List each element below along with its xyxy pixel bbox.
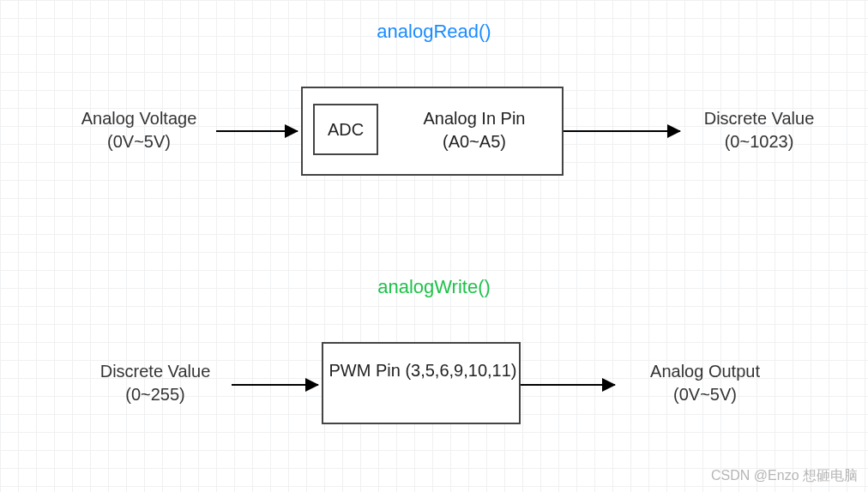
label-write-output-line2: (0V~5V) — [628, 383, 782, 406]
label-write-output-line1: Analog Output — [628, 360, 782, 383]
label-read-pin-line2: (A0~A5) — [443, 132, 506, 151]
label-read-output: Discrete Value (0~1023) — [686, 107, 832, 153]
arrow-read-out — [564, 130, 680, 132]
box-analogwrite: PWM Pin (3,5,6,9,10,11) — [322, 342, 521, 424]
arrow-read-in — [216, 130, 298, 132]
label-read-output-line2: (0~1023) — [686, 130, 832, 153]
label-write-input: Discrete Value (0~255) — [82, 360, 228, 406]
label-write-input-line2: (0~255) — [82, 383, 228, 406]
label-read-pin: Analog In Pin (A0~A5) — [397, 107, 552, 153]
label-write-pin-line2: (3,5,6,9,10,11) — [405, 361, 516, 380]
label-write-input-line1: Discrete Value — [82, 360, 228, 383]
box-adc: ADC — [313, 104, 378, 155]
box-analogread: ADC Analog In Pin (A0~A5) — [301, 87, 564, 176]
watermark: CSDN @Enzo 想砸电脑 — [711, 467, 858, 485]
title-analogread: analogRead() — [377, 21, 491, 43]
label-read-input: Analog Voltage (0V~5V) — [62, 107, 216, 153]
label-write-pin-line1: PWM Pin — [329, 361, 401, 380]
label-read-input-line2: (0V~5V) — [62, 130, 216, 153]
label-write-pin: PWM Pin (3,5,6,9,10,11) — [323, 359, 522, 382]
label-read-pin-line1: Analog In Pin — [424, 109, 526, 128]
label-read-output-line1: Discrete Value — [686, 107, 832, 130]
arrow-write-in — [232, 384, 318, 386]
label-adc: ADC — [328, 120, 364, 140]
label-write-output: Analog Output (0V~5V) — [628, 360, 782, 406]
title-analogwrite: analogWrite() — [377, 276, 491, 298]
label-read-input-line1: Analog Voltage — [62, 107, 216, 130]
arrow-write-out — [521, 384, 615, 386]
